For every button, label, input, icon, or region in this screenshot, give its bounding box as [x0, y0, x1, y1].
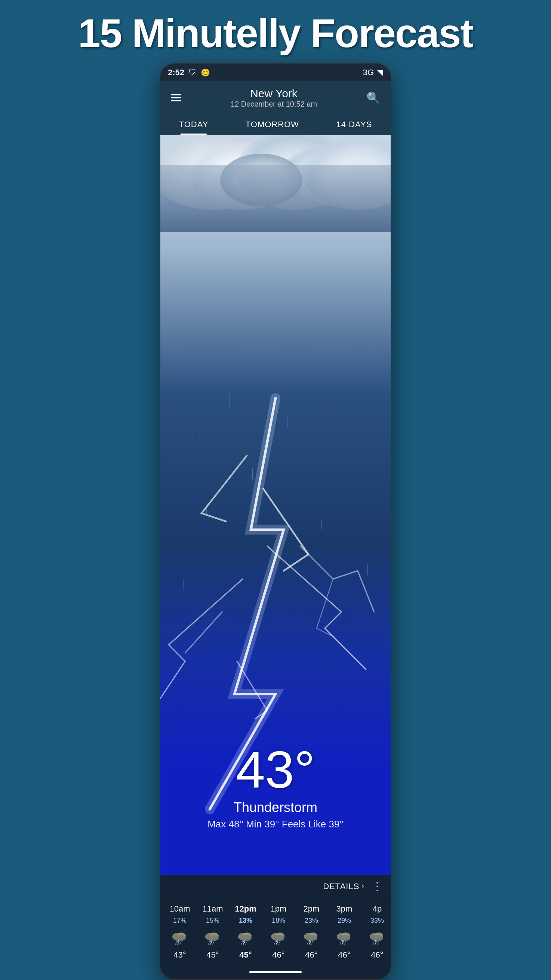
- svg-point-32: [338, 935, 350, 941]
- svg-line-35: [344, 941, 346, 945]
- hour-icon: [233, 928, 257, 947]
- hourly-forecast[interactable]: 10am 17% 43° 11am 15%: [160, 898, 391, 967]
- status-time: 2:52: [168, 68, 184, 78]
- page-title: 15 Minutelly Forecast: [71, 0, 480, 63]
- svg-line-21: [274, 941, 275, 945]
- hour-time: 10am: [169, 904, 190, 914]
- svg-line-15: [241, 941, 243, 945]
- svg-line-41: [377, 941, 379, 945]
- temperature-display: 43°: [160, 744, 391, 796]
- hour-item-1pm: 1pm 18% 46°: [262, 904, 295, 960]
- home-indicator: [160, 967, 391, 979]
- details-row: DETAILS › ⋮: [160, 875, 391, 898]
- hour-item-4p: 4p 33% 46°: [361, 904, 391, 960]
- max-temp-label: Max: [208, 818, 229, 830]
- svg-line-27: [307, 941, 308, 945]
- hour-temp: 45°: [239, 950, 252, 960]
- svg-point-20: [273, 935, 284, 941]
- feels-like: 39°: [329, 818, 343, 830]
- status-left: 2:52 🛡 😊: [168, 68, 210, 78]
- face-icon: 😊: [201, 68, 210, 77]
- details-label: DETAILS: [323, 881, 359, 891]
- feels-like-label: Feels Like: [282, 818, 329, 830]
- menu-button[interactable]: [168, 91, 184, 104]
- hour-item-10am: 10am 17% 43°: [164, 904, 196, 960]
- hour-precip: 33%: [370, 917, 384, 924]
- header-date: 12 December at 10:52 am: [184, 100, 364, 108]
- hour-icon: [267, 928, 291, 947]
- svg-line-3: [175, 941, 177, 945]
- hour-temp: 46°: [338, 950, 350, 960]
- min-temp: 39°: [264, 818, 279, 830]
- tab-14days[interactable]: 14 DAYS: [329, 115, 380, 135]
- hour-precip: 29%: [338, 917, 351, 924]
- svg-line-39: [373, 941, 374, 945]
- max-temp: 48°: [229, 818, 243, 830]
- hour-precip: 23%: [305, 917, 318, 924]
- signal-icon: ◥: [377, 68, 383, 78]
- header-center: New York 12 December at 10:52 am: [184, 87, 364, 108]
- shield-icon: 🛡: [189, 68, 196, 77]
- weather-condition: Thunderstorm: [160, 800, 391, 815]
- hour-icon: [201, 928, 225, 947]
- hour-time: 1pm: [271, 904, 287, 914]
- tab-tomorrow[interactable]: TOMORROW: [238, 115, 306, 135]
- hour-item-12pm: 12pm 13% 45°: [229, 904, 262, 960]
- hour-time: 4p: [373, 904, 382, 914]
- min-temp-label: Min: [246, 818, 264, 830]
- chevron-icon: ›: [362, 882, 364, 891]
- network-label: 3G: [363, 68, 374, 78]
- hour-temp: 46°: [371, 950, 383, 960]
- svg-line-29: [311, 941, 313, 945]
- more-options-button[interactable]: ⋮: [372, 880, 383, 892]
- svg-point-2: [174, 935, 186, 941]
- hour-temp: 45°: [206, 950, 219, 960]
- search-button[interactable]: 🔍: [364, 88, 383, 107]
- weather-info: 43° Thunderstorm Max 48° Min 39° Feels L…: [160, 744, 391, 830]
- svg-point-26: [305, 935, 318, 941]
- phone-frame: 2:52 🛡 😊 3G ◥ New York 12 December at 10…: [160, 63, 391, 980]
- home-bar: [249, 971, 302, 973]
- bottom-panel: DETAILS › ⋮ 10am 17%: [160, 875, 391, 979]
- tab-bar: TODAY TOMORROW 14 DAYS: [160, 115, 391, 135]
- city-name: New York: [184, 87, 364, 100]
- hour-item-2pm: 2pm 23% 46°: [295, 904, 328, 960]
- svg-line-17: [246, 941, 247, 945]
- hour-item-3pm: 3pm 29% 46°: [328, 904, 361, 960]
- hour-time: 12pm: [235, 904, 256, 914]
- hour-item-11am: 11am 15% 45°: [196, 904, 229, 960]
- svg-line-23: [278, 941, 280, 945]
- hour-temp: 43°: [173, 950, 186, 960]
- svg-line-5: [180, 941, 181, 945]
- hour-precip: 18%: [272, 917, 285, 924]
- status-right: 3G ◥: [363, 68, 383, 78]
- weather-main: 43° Thunderstorm Max 48° Min 39° Feels L…: [160, 135, 391, 875]
- status-bar: 2:52 🛡 😊 3G ◥: [160, 64, 391, 81]
- app-header: New York 12 December at 10:52 am 🔍: [160, 81, 391, 115]
- hour-time: 3pm: [337, 904, 353, 914]
- hour-temp: 46°: [305, 950, 318, 960]
- hour-precip: 13%: [239, 917, 252, 924]
- svg-point-38: [371, 935, 383, 941]
- hour-icon: [168, 928, 192, 947]
- svg-line-11: [213, 941, 214, 945]
- svg-point-8: [207, 935, 219, 941]
- hour-precip: 15%: [206, 917, 219, 924]
- svg-line-9: [208, 941, 210, 945]
- hour-icon: [365, 928, 389, 947]
- details-button[interactable]: DETAILS ›: [323, 881, 364, 891]
- hour-time: 2pm: [303, 904, 319, 914]
- hour-icon: [299, 928, 323, 947]
- hour-precip: 17%: [173, 917, 187, 924]
- hour-icon: [332, 928, 356, 947]
- hour-time: 11am: [202, 904, 223, 914]
- tab-today[interactable]: TODAY: [171, 115, 216, 135]
- hour-temp: 46°: [272, 950, 284, 960]
- svg-line-33: [340, 941, 341, 945]
- svg-point-14: [240, 935, 252, 941]
- weather-minmax: Max 48° Min 39° Feels Like 39°: [160, 818, 391, 830]
